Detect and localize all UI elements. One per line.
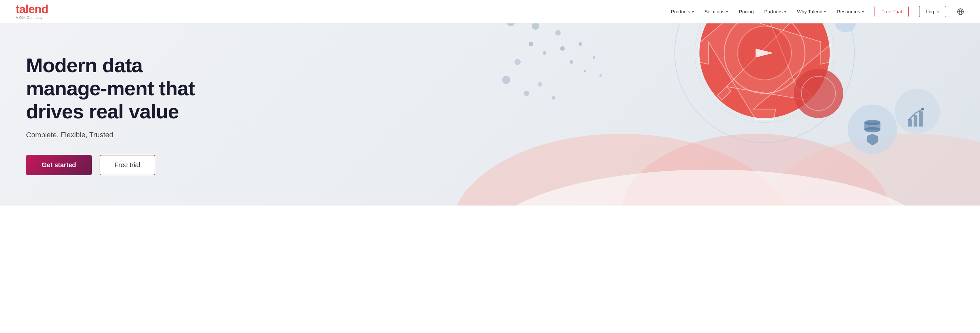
hero-subtitle: Complete, Flexible, Trusted (26, 131, 195, 139)
free-trial-hero-button[interactable]: Free trial (100, 155, 155, 175)
logo-tagline: A Qlik Company (16, 16, 48, 19)
svg-point-16 (579, 42, 582, 46)
svg-point-37 (834, 24, 856, 32)
nav-link-resources[interactable]: Resources (837, 9, 864, 14)
get-started-button[interactable]: Get started (26, 155, 92, 175)
svg-point-12 (529, 42, 533, 46)
nav-link-pricing[interactable]: Pricing (739, 9, 754, 14)
svg-point-13 (542, 51, 546, 55)
chevron-down-icon (784, 11, 787, 13)
logo-text: talend (16, 3, 48, 15)
main-nav: Products Solutions Pricing Partners Why … (671, 6, 964, 17)
hero-section: Modern data manage-ment that drives real… (0, 24, 980, 206)
svg-point-20 (514, 59, 520, 65)
svg-rect-45 (919, 111, 923, 127)
svg-point-11 (555, 30, 561, 36)
nav-link-products[interactable]: Products (671, 9, 694, 14)
chevron-down-icon (726, 11, 728, 13)
svg-rect-44 (913, 115, 917, 127)
svg-point-14 (560, 46, 565, 51)
svg-point-22 (523, 91, 529, 96)
nav-link-solutions[interactable]: Solutions (705, 9, 729, 14)
svg-point-17 (584, 70, 586, 72)
chevron-down-icon (824, 11, 826, 13)
chevron-down-icon (692, 11, 694, 13)
svg-point-18 (592, 56, 595, 59)
svg-point-9 (532, 24, 539, 30)
svg-point-46 (921, 108, 924, 110)
main-header: talend A Qlik Company Products Solutions… (0, 0, 980, 24)
svg-point-24 (552, 96, 555, 100)
language-icon[interactable] (956, 8, 964, 16)
svg-rect-43 (908, 119, 912, 127)
svg-point-41 (864, 127, 880, 133)
nav-link-partners[interactable]: Partners (764, 9, 787, 14)
hero-content: Modern data manage-ment that drives real… (0, 34, 221, 195)
hero-title: Modern data manage-ment that drives real… (26, 54, 195, 123)
free-trial-button[interactable]: Free Trial (875, 6, 909, 17)
svg-point-15 (570, 60, 573, 64)
svg-point-8 (506, 24, 515, 26)
svg-point-19 (599, 74, 602, 77)
logo[interactable]: talend A Qlik Company (16, 3, 48, 19)
svg-point-42 (895, 89, 940, 134)
svg-point-21 (502, 76, 510, 84)
chevron-down-icon (861, 11, 864, 13)
hero-illustration (441, 24, 980, 206)
hero-buttons: Get started Free trial (26, 155, 195, 175)
login-button[interactable]: Log in (919, 6, 946, 17)
svg-point-23 (538, 82, 542, 87)
nav-link-why-talend[interactable]: Why Talend (797, 9, 826, 14)
